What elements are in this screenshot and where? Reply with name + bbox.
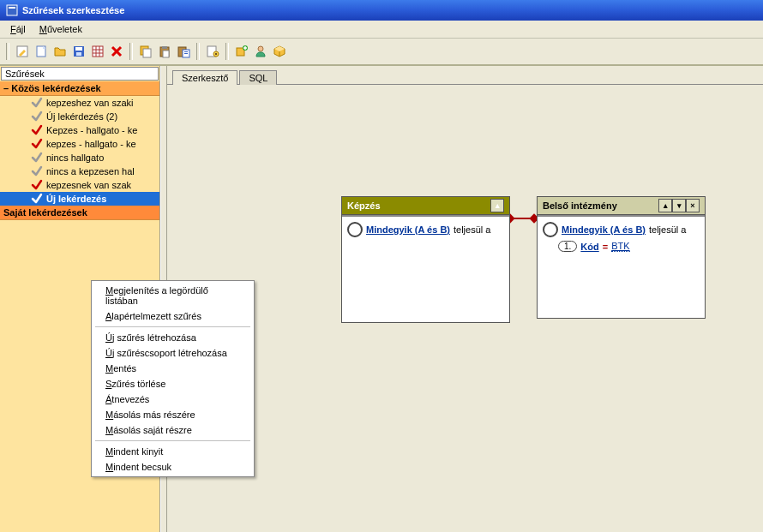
check-grey-icon [31, 193, 43, 205]
svg-rect-7 [93, 46, 103, 57]
box-header[interactable]: Képzés ▴ [342, 197, 509, 215]
condition-toggle-icon[interactable] [543, 222, 558, 237]
context-menu-item[interactable]: Megjelenítés a legördülő listában [93, 283, 252, 308]
box-collapse-icon[interactable]: ▴ [490, 199, 504, 212]
window-title: Szűrések szerkesztése [22, 5, 124, 15]
check-grey-icon [31, 152, 43, 164]
tab-sql[interactable]: SQL [239, 70, 277, 85]
toolbar [0, 39, 763, 66]
filter-field-link[interactable]: Kód [580, 242, 598, 252]
new-file-icon[interactable] [33, 43, 50, 60]
svg-rect-18 [163, 51, 169, 57]
box-condition-row[interactable]: Mindegyik (A és B) teljesül a [543, 220, 700, 239]
box-body: Mindegyik (A és B) teljesül a [342, 215, 509, 322]
condition-link[interactable]: Mindegyik (A és B) [366, 224, 450, 235]
context-menu-item[interactable]: Másolás más részére [93, 407, 252, 422]
tree-item[interactable]: Új lekérdezés (2) [0, 110, 159, 123]
tree-item-label: kepzeshez van szaki [46, 98, 134, 108]
editor-canvas[interactable]: Képzés ▴ Mindegyik (A és B) teljesül a [167, 85, 763, 112]
box-filter-row[interactable]: 1. Kód = BTK [543, 239, 700, 254]
context-menu-item[interactable]: Szűrés törlése [93, 376, 252, 392]
main-area: Szűrések – Közös lekérdezések kepzeshez … [0, 66, 763, 532]
check-red-icon [31, 138, 43, 150]
edit-icon[interactable] [14, 43, 31, 60]
svg-rect-25 [215, 53, 217, 55]
filter-value-link[interactable]: BTK [611, 241, 629, 252]
grid-icon[interactable] [89, 43, 106, 60]
svg-point-30 [258, 46, 263, 51]
open-folder-icon[interactable] [51, 43, 69, 60]
condition-link[interactable]: Mindegyik (A és B) [562, 224, 646, 235]
context-menu-item[interactable]: Új szűréscsoport létrehozása [93, 345, 252, 361]
tree-item[interactable]: nincs a kepzesen hal [0, 164, 159, 178]
filter-op[interactable]: = [603, 242, 608, 252]
context-menu-item[interactable]: Átnevezés [93, 392, 252, 407]
menu-file[interactable]: Fájl [3, 22, 33, 36]
filter-index: 1. [558, 241, 577, 252]
context-menu-item[interactable]: Új szűrés létrehozása [93, 330, 252, 345]
svg-rect-15 [143, 49, 151, 57]
tree-item[interactable]: kepzesnek van szak [0, 178, 159, 192]
tree-item[interactable]: Új lekérdezés [0, 192, 159, 206]
svg-rect-17 [162, 46, 167, 49]
sidebar-header: Szűrések [1, 67, 159, 81]
svg-rect-21 [184, 51, 188, 52]
tree-item-label: Új lekérdezés [46, 194, 106, 204]
svg-rect-6 [76, 52, 81, 56]
tab-editor[interactable]: Szerkesztő [172, 70, 237, 85]
paste-icon[interactable] [156, 43, 173, 60]
check-red-icon [31, 124, 43, 136]
user-icon[interactable] [252, 43, 269, 60]
group-add-icon[interactable] [233, 43, 250, 60]
svg-rect-0 [7, 5, 17, 15]
box-body: Mindegyik (A és B) teljesül a 1. Kód = B… [538, 215, 705, 318]
box-up-icon[interactable]: ▴ [658, 199, 672, 212]
context-menu-item[interactable]: Alapértelmezett szűrés [93, 308, 252, 324]
sidebar-group-shared[interactable]: – Közös lekérdezések [0, 81, 159, 96]
check-grey-icon [31, 165, 43, 177]
context-menu-item[interactable]: Másolás saját részre [93, 422, 252, 438]
box-connector [508, 218, 536, 219]
tree-item[interactable]: Kepzes - hallgato - ke [0, 123, 159, 137]
cube-icon[interactable] [271, 43, 288, 60]
context-menu-separator [95, 326, 250, 327]
svg-rect-22 [184, 53, 188, 54]
context-menu-separator [95, 440, 250, 441]
tree-item-label: kepzesnek van szak [46, 180, 131, 190]
title-bar: Szűrések szerkesztése [0, 0, 763, 21]
box-condition-row[interactable]: Mindegyik (A és B) teljesül a [347, 220, 504, 239]
condition-toggle-icon[interactable] [347, 222, 363, 237]
tree-item-label: kepzes - hallgato - ke [46, 139, 136, 149]
editor-pane: Szerkesztő SQL Képzés ▴ Mindegyik (A és … [167, 66, 763, 532]
query-box-kepzes[interactable]: Képzés ▴ Mindegyik (A és B) teljesül a [341, 196, 510, 323]
copy-icon[interactable] [137, 43, 154, 60]
context-menu-item[interactable]: Mindent becsuk [93, 459, 252, 475]
app-icon [5, 3, 19, 17]
box-close-icon[interactable]: × [686, 199, 700, 212]
tree-item-label: nincs a kepzesen hal [46, 166, 135, 176]
box-down-icon[interactable]: ▾ [672, 199, 686, 212]
query-box-belso[interactable]: Belső intézmény ▴ ▾ × Mindegyik (A és B)… [537, 196, 706, 319]
tree-item[interactable]: kepzeshez van szaki [0, 96, 159, 110]
svg-rect-1 [9, 7, 15, 9]
clip-icon[interactable] [175, 43, 192, 60]
save-icon[interactable] [70, 43, 87, 60]
context-menu[interactable]: Megjelenítés a legördülő listábanAlapért… [91, 280, 255, 477]
tree-item-label: Új lekérdezés (2) [46, 111, 117, 122]
tree-item-label: nincs hallgato [46, 152, 104, 163]
tree-item-label: Kepzes - hallgato - ke [46, 125, 137, 135]
context-menu-item[interactable]: Mentés [93, 361, 252, 376]
tree-item[interactable]: kepzes - hallgato - ke [0, 137, 159, 151]
check-red-icon [31, 179, 43, 191]
svg-rect-5 [75, 47, 82, 51]
menu-operations[interactable]: Műveletek [33, 22, 89, 36]
sidebar-tree: kepzeshez van szakiÚj lekérdezés (2)Kepz… [0, 96, 159, 206]
editor-tabs: Szerkesztő SQL [167, 66, 763, 85]
delete-icon[interactable] [108, 43, 125, 60]
tree-item[interactable]: nincs hallgato [0, 151, 159, 164]
props-icon[interactable] [204, 43, 221, 60]
box-header[interactable]: Belső intézmény ▴ ▾ × [538, 197, 705, 215]
context-menu-item[interactable]: Mindent kinyit [93, 444, 252, 459]
sidebar-group-self[interactable]: Saját lekérdezések [0, 206, 159, 220]
check-grey-icon [31, 97, 43, 109]
